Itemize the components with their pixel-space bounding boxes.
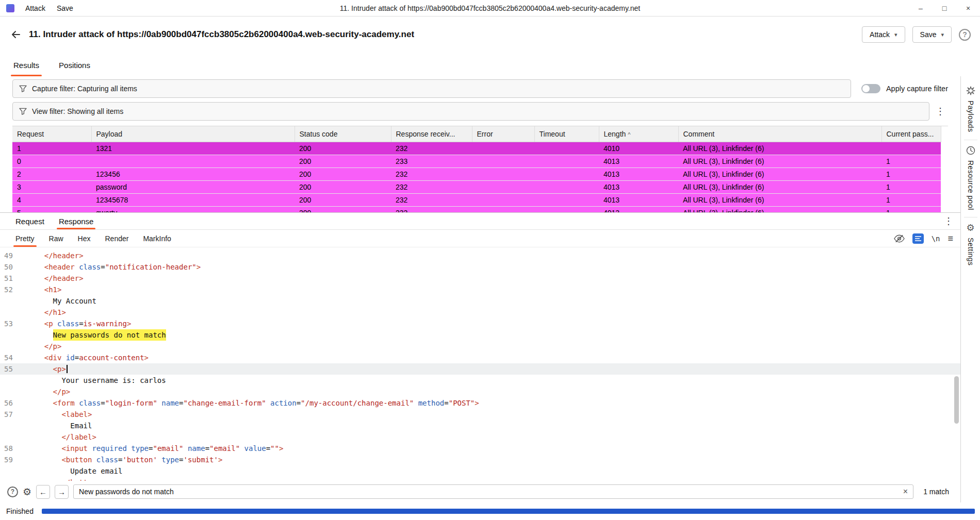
- view-filter-bar[interactable]: View filter: Showing all items: [12, 102, 929, 121]
- line-number: [0, 465, 27, 477]
- search-input[interactable]: [79, 488, 899, 496]
- column-header-length[interactable]: Length^: [599, 126, 678, 142]
- cell-response-receiv: 232: [391, 180, 472, 193]
- code-token: <input: [27, 443, 88, 454]
- apply-capture-toggle[interactable]: [861, 84, 880, 93]
- cell-response-receiv: 232: [391, 142, 472, 155]
- clear-search-icon[interactable]: ×: [899, 487, 908, 496]
- editor-menu-icon[interactable]: ≡: [948, 234, 953, 243]
- code-token: =: [179, 397, 183, 409]
- code-token: =: [75, 352, 79, 363]
- code-token: id: [61, 352, 74, 363]
- code-token: 'submit': [183, 454, 218, 465]
- next-match-button[interactable]: →: [55, 485, 69, 499]
- tab-hex[interactable]: Hex: [71, 230, 98, 247]
- code-token: "POST": [449, 397, 475, 409]
- cell-length: 4010: [599, 142, 678, 155]
- code-token: type: [157, 454, 179, 465]
- cell-status-code: 200: [295, 193, 391, 206]
- syntax-highlight-toggle-icon[interactable]: [912, 233, 924, 244]
- progress-fill: [42, 509, 975, 514]
- tab-render[interactable]: Render: [98, 230, 136, 247]
- search-help-icon[interactable]: ?: [7, 487, 18, 497]
- code-scrollbar[interactable]: [954, 376, 959, 424]
- cell-status-code: 200: [295, 206, 391, 212]
- cell-request: 2: [12, 167, 91, 180]
- table-header-row: RequestPayloadStatus codeResponse receiv…: [12, 126, 941, 142]
- column-header-status-code[interactable]: Status code: [295, 126, 391, 142]
- cell-response-receiv: 232: [391, 206, 472, 212]
- search-field: ×: [73, 484, 913, 499]
- search-settings-gear-icon[interactable]: ⚙: [23, 487, 31, 497]
- sidebar-item-settings[interactable]: ⚙ Settings: [961, 217, 980, 273]
- table-row[interactable]: 02002334013All URL (3), Linkfinder (6)1: [12, 155, 941, 167]
- tab-request[interactable]: Request: [8, 213, 52, 229]
- tab-pretty[interactable]: Pretty: [8, 230, 42, 247]
- tab-markinfo[interactable]: MarkInfo: [136, 230, 178, 247]
- code-token: "notification-header": [105, 261, 197, 273]
- maximize-button[interactable]: □: [933, 0, 956, 16]
- view-filter-menu-icon[interactable]: ⋮: [929, 107, 948, 116]
- cell-length: 4013: [599, 206, 678, 212]
- attack-button[interactable]: Attack ▾: [862, 26, 905, 43]
- column-header-current-pass[interactable]: Current pass...: [881, 126, 941, 142]
- code-token: </button>: [27, 477, 101, 481]
- cell-error: [472, 180, 534, 193]
- header-actions: Attack ▾ Save ▾ ?: [862, 26, 971, 43]
- code-line: </p>: [0, 386, 960, 397]
- code-line: 54 <div id=account-content>: [0, 352, 960, 363]
- table-row[interactable]: 4123456782002324013All URL (3), Linkfind…: [12, 193, 941, 206]
- message-menu-icon[interactable]: ⋮: [938, 213, 960, 229]
- code-line: </h1>: [0, 307, 960, 318]
- code-line: Your username is: carlos: [0, 375, 960, 386]
- column-header-error[interactable]: Error: [472, 126, 534, 142]
- sidebar-item-payloads[interactable]: Payloads: [961, 80, 980, 140]
- column-header-request[interactable]: Request: [12, 126, 91, 142]
- column-header-payload[interactable]: Payload: [91, 126, 295, 142]
- response-editor[interactable]: 49 </header>50 <header class="notificati…: [0, 247, 960, 481]
- cell-status-code: 200: [295, 180, 391, 193]
- cell-request: 0: [12, 155, 91, 167]
- cell-payload: qwerty: [91, 206, 295, 212]
- tab-response[interactable]: Response: [52, 213, 101, 229]
- column-header-comment[interactable]: Comment: [678, 126, 881, 142]
- table-row[interactable]: 5qwerty2002324013All URL (3), Linkfinder…: [12, 206, 941, 212]
- code-token: is-warning: [84, 318, 127, 329]
- show-newlines-icon[interactable]: \n: [932, 234, 940, 243]
- menu-save[interactable]: Save: [51, 4, 79, 12]
- code-token: 'button': [122, 454, 157, 465]
- column-header-response-receiv[interactable]: Response receiv...: [391, 126, 472, 142]
- column-header-timeout[interactable]: Timeout: [534, 126, 599, 142]
- table-row[interactable]: 113212002324010All URL (3), Linkfinder (…: [12, 142, 941, 155]
- window-title: 11. Intruder attack of https://0ab900bd0…: [340, 4, 640, 12]
- table-row[interactable]: 21234562002324013All URL (3), Linkfinder…: [12, 167, 941, 180]
- minimize-button[interactable]: –: [909, 0, 933, 16]
- apply-capture-label: Apply capture filter: [886, 85, 948, 93]
- line-number: [0, 307, 27, 318]
- results-table: RequestPayloadStatus codeResponse receiv…: [12, 126, 948, 212]
- code-token: <label>: [27, 409, 92, 420]
- menu-attack[interactable]: Attack: [20, 4, 51, 12]
- code-token: =: [101, 261, 105, 273]
- page-title: 11. Intruder attack of https://0ab900bd0…: [29, 29, 414, 40]
- code-line: 49 </header>: [0, 250, 960, 261]
- capture-filter-bar[interactable]: Capture filter: Capturing all items: [12, 79, 851, 98]
- back-icon[interactable]: [10, 29, 22, 40]
- previous-match-button[interactable]: ←: [36, 485, 50, 499]
- cell-payload: 1321: [91, 142, 295, 155]
- view-filter-text: View filter: Showing all items: [32, 107, 123, 115]
- close-button[interactable]: ×: [956, 0, 980, 16]
- save-button[interactable]: Save ▾: [912, 26, 952, 43]
- help-icon[interactable]: ?: [959, 29, 971, 41]
- hide-highlights-icon[interactable]: [894, 234, 905, 243]
- sidebar-item-resource-pool[interactable]: Resource pool: [961, 140, 980, 217]
- tab-positions[interactable]: Positions: [59, 61, 90, 76]
- code-token: class: [75, 261, 101, 273]
- tab-raw[interactable]: Raw: [42, 230, 71, 247]
- line-number: 53: [0, 318, 27, 329]
- tab-results[interactable]: Results: [13, 61, 39, 76]
- table-row[interactable]: 3password2002324013All URL (3), Linkfind…: [12, 180, 941, 193]
- line-number: [0, 329, 27, 341]
- cell-length: 4013: [599, 167, 678, 180]
- capture-filter-text: Capture filter: Capturing all items: [32, 85, 137, 93]
